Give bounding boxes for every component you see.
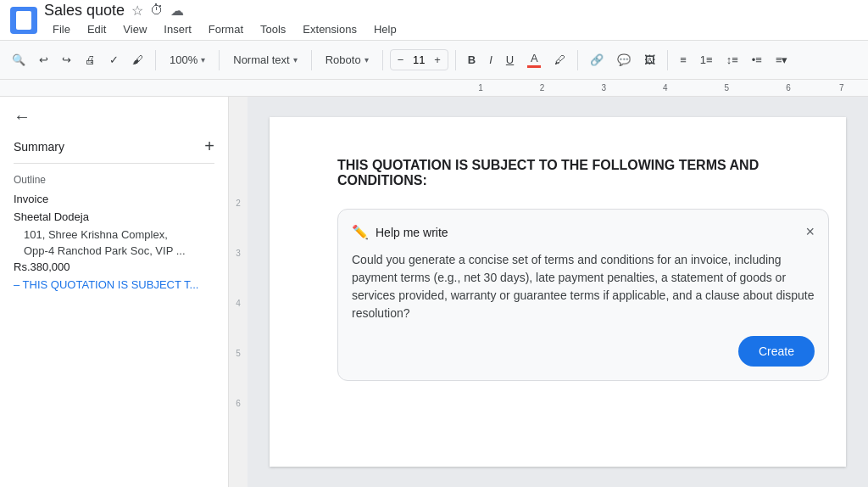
align-button[interactable]: ≡ [675, 50, 692, 70]
main-layout: ← Summary + Outline Invoice Sheetal Dode… [0, 97, 868, 487]
menu-format[interactable]: Format [200, 20, 252, 39]
page-num-3: 3 [236, 249, 241, 258]
ruler-mark-3: 3 [601, 83, 606, 92]
ai-wand-icon: ✏️ [352, 224, 369, 240]
doc-area: THIS QUOTATION IS SUBJECT TO THE FOLLOWI… [248, 97, 868, 487]
font-color-letter: A [531, 52, 538, 64]
doc-title-text[interactable]: Sales quote [44, 2, 125, 20]
image-button[interactable]: 🖼 [639, 50, 660, 70]
title-bar: Sales quote ☆ ⏱ ☁ File Edit View Insert … [0, 0, 868, 41]
ai-prompt-text[interactable]: Could you generate a concise set of term… [352, 251, 815, 322]
page-num-2: 2 [236, 199, 241, 208]
menu-insert[interactable]: Insert [155, 20, 200, 39]
list-more-button[interactable]: ≡▾ [771, 50, 793, 70]
separator-1 [155, 50, 156, 70]
ruler-mark-2: 2 [540, 83, 545, 92]
comment-button[interactable]: 💬 [612, 50, 636, 70]
menu-file[interactable]: File [44, 20, 79, 39]
separator-2 [219, 50, 220, 70]
outline-sub-address1[interactable]: 101, Shree Krishna Complex, [24, 228, 214, 241]
outline-item-invoice[interactable]: Invoice [14, 193, 214, 205]
ai-panel-title-text: Help me write [376, 226, 448, 239]
ai-close-button[interactable]: × [805, 223, 815, 241]
text-style-value: Normal text [233, 53, 289, 66]
menu-bar: File Edit View Insert Format Tools Exten… [44, 20, 858, 39]
separator-5 [455, 50, 456, 70]
outline-item-price[interactable]: Rs.380,000 [14, 260, 214, 273]
sidebar-outline-label: Outline [14, 174, 214, 186]
sidebar-divider [14, 163, 214, 164]
font-family-dropdown[interactable]: Roboto ▾ [319, 50, 376, 70]
sidebar: ← Summary + Outline Invoice Sheetal Dode… [0, 97, 229, 487]
zoom-chevron: ▾ [201, 55, 205, 64]
separator-4 [382, 50, 383, 70]
create-button[interactable]: Create [738, 336, 815, 367]
ruler: 1 2 3 4 5 6 7 [458, 80, 868, 96]
menu-view[interactable]: View [114, 20, 155, 39]
zoom-value: 100% [170, 53, 198, 66]
ruler-mark-6: 6 [786, 83, 791, 92]
title-info: Sales quote ☆ ⏱ ☁ File Edit View Insert … [44, 2, 858, 39]
history-icon[interactable]: ⏱ [150, 3, 164, 18]
print-button[interactable]: 🖨 [80, 50, 101, 70]
doc-page[interactable]: THIS QUOTATION IS SUBJECT TO THE FOLLOWI… [270, 117, 846, 467]
doc-title-row: Sales quote ☆ ⏱ ☁ [44, 2, 858, 20]
page-num-5: 5 [236, 349, 241, 358]
font-size-decrease[interactable]: − [394, 52, 408, 68]
spellcheck-button[interactable]: ✓ [104, 50, 124, 70]
highlight-button[interactable]: 🖊 [549, 50, 570, 70]
doc-heading: THIS QUOTATION IS SUBJECT TO THE FOLLOWI… [337, 158, 778, 188]
ruler-mark-7: 7 [839, 83, 844, 92]
bold-button[interactable]: B [463, 50, 481, 70]
font-family-value: Roboto [326, 53, 361, 66]
font-color-button[interactable]: A [522, 48, 546, 71]
underline-button[interactable]: U [501, 50, 519, 70]
toolbar: 🔍 ↩ ↪ 🖨 ✓ 🖌 100% ▾ Normal text ▾ Roboto … [0, 41, 868, 80]
text-style-chevron: ▾ [293, 55, 298, 64]
menu-tools[interactable]: Tools [252, 20, 294, 39]
ai-panel: ✏️ Help me write × Could you generate a … [337, 209, 829, 381]
outline-item-sheetal[interactable]: Sheetal Dodeja [14, 210, 214, 223]
text-style-dropdown[interactable]: Normal text ▾ [226, 50, 303, 70]
sidebar-add-button[interactable]: + [204, 137, 214, 156]
separator-3 [311, 50, 312, 70]
link-button[interactable]: 🔗 [585, 50, 609, 70]
page-num-4: 4 [236, 299, 241, 308]
search-button[interactable]: 🔍 [7, 50, 31, 70]
menu-edit[interactable]: Edit [79, 20, 114, 39]
star-icon[interactable]: ☆ [131, 3, 143, 19]
sidebar-section-header: Summary + [14, 137, 214, 156]
sidebar-section-title: Summary [14, 140, 64, 154]
ai-actions: Create [352, 336, 815, 367]
line-spacing-button[interactable]: ↕≡ [721, 50, 743, 70]
ai-panel-header: ✏️ Help me write × [352, 223, 815, 241]
outline-item-quotation[interactable]: THIS QUOTATION IS SUBJECT T... [14, 278, 214, 291]
font-size-control[interactable]: − 11 + [390, 49, 448, 70]
outline-sub-address2[interactable]: Opp-4 Ranchod Park Soc, VIP ... [24, 244, 214, 257]
undo-button[interactable]: ↩ [34, 50, 53, 70]
font-size-increase[interactable]: + [431, 52, 444, 68]
menu-extensions[interactable]: Extensions [294, 20, 365, 39]
ai-panel-title-row: ✏️ Help me write [352, 224, 448, 240]
separator-6 [577, 50, 578, 70]
page-number-strip: 2 3 4 5 6 [229, 97, 248, 487]
menu-help[interactable]: Help [365, 20, 405, 39]
redo-button[interactable]: ↪ [57, 50, 76, 70]
doc-wrapper: 2 3 4 5 6 THIS QUOTATION IS SUBJECT TO T… [229, 97, 868, 487]
ruler-mark-5: 5 [725, 83, 730, 92]
unordered-list-button[interactable]: •≡ [747, 50, 767, 70]
ruler-mark-1: 1 [478, 83, 483, 92]
zoom-dropdown[interactable]: 100% ▾ [163, 50, 212, 70]
font-size-value: 11 [409, 53, 429, 66]
doc-icon [10, 7, 37, 34]
ruler-mark-4: 4 [663, 83, 668, 92]
page-num-6: 6 [236, 399, 241, 408]
separator-7 [667, 50, 668, 70]
cloud-icon[interactable]: ☁ [170, 3, 184, 19]
ordered-list-button[interactable]: 1≡ [695, 50, 718, 70]
font-family-chevron: ▾ [364, 55, 369, 64]
paintformat-button[interactable]: 🖌 [127, 50, 148, 70]
italic-button[interactable]: I [484, 50, 498, 70]
ruler-area: 1 2 3 4 5 6 7 [0, 80, 868, 97]
sidebar-back-button[interactable]: ← [14, 107, 214, 126]
